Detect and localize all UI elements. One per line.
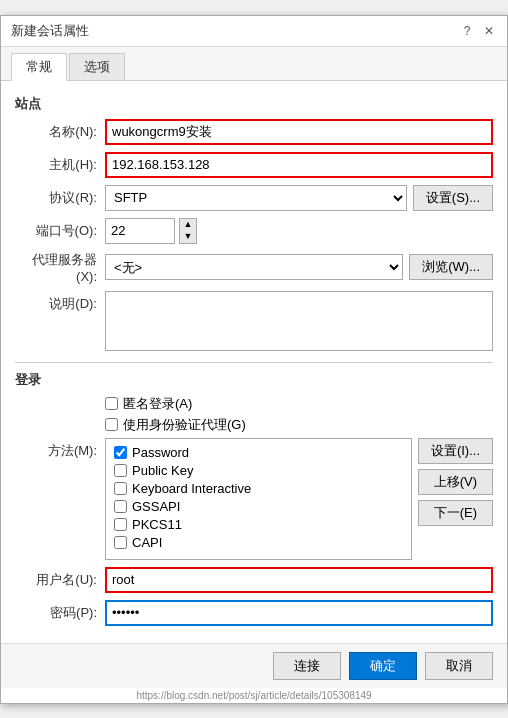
agent-label: 使用身份验证代理(G) <box>123 416 246 434</box>
method-capi-label: CAPI <box>132 535 162 550</box>
method-pkcs11: PKCS11 <box>114 517 403 532</box>
method-keyboard-checkbox[interactable] <box>114 482 127 495</box>
password-control <box>105 600 493 626</box>
method-up-button[interactable]: 上移(V) <box>418 469 493 495</box>
name-label: 名称(N): <box>15 123 105 141</box>
desc-textarea[interactable] <box>105 291 493 351</box>
method-keyboard-label: Keyboard Interactive <box>132 481 251 496</box>
cancel-button[interactable]: 取消 <box>425 652 493 680</box>
watermark: https://blog.csdn.net/post/sj/article/de… <box>1 688 507 703</box>
agent-row: 使用身份验证代理(G) <box>105 416 493 434</box>
port-down-button[interactable]: ▼ <box>180 231 196 243</box>
method-password-label: Password <box>132 445 189 460</box>
anonymous-checkbox[interactable] <box>105 397 118 410</box>
method-publickey-checkbox[interactable] <box>114 464 127 477</box>
method-settings-button[interactable]: 设置(I)... <box>418 438 493 464</box>
username-input[interactable] <box>105 567 493 593</box>
method-pkcs11-label: PKCS11 <box>132 517 182 532</box>
method-gssapi-checkbox[interactable] <box>114 500 127 513</box>
name-control <box>105 119 493 145</box>
desc-control <box>105 291 493 354</box>
port-control: ▲ ▼ <box>105 218 493 244</box>
protocol-label: 协议(R): <box>15 189 105 207</box>
anonymous-label: 匿名登录(A) <box>123 395 192 413</box>
method-password-checkbox[interactable] <box>114 446 127 459</box>
host-input[interactable] <box>105 152 493 178</box>
protocol-settings-button[interactable]: 设置(S)... <box>413 185 493 211</box>
method-action-buttons: 设置(I)... 上移(V) 下一(E) <box>418 438 493 526</box>
title-bar-controls: ? ✕ <box>459 23 497 39</box>
name-row: 名称(N): <box>15 119 493 145</box>
method-publickey: Public Key <box>114 463 403 478</box>
username-row: 用户名(U): <box>15 567 493 593</box>
protocol-row: 协议(R): SFTP 设置(S)... <box>15 185 493 211</box>
method-label: 方法(M): <box>15 438 105 460</box>
port-row: 端口号(O): ▲ ▼ <box>15 218 493 244</box>
protocol-select[interactable]: SFTP <box>105 185 407 211</box>
proxy-row: 代理服务器(X): <无> 浏览(W)... <box>15 251 493 284</box>
ok-button[interactable]: 确定 <box>349 652 417 680</box>
port-input[interactable] <box>105 218 175 244</box>
close-button[interactable]: ✕ <box>481 23 497 39</box>
name-input[interactable] <box>105 119 493 145</box>
method-row: 方法(M): Password Public Key Keyboard Inte… <box>15 438 493 560</box>
method-down-button[interactable]: 下一(E) <box>418 500 493 526</box>
dialog-title: 新建会话属性 <box>11 22 89 40</box>
title-bar: 新建会话属性 ? ✕ <box>1 16 507 47</box>
proxy-label: 代理服务器(X): <box>15 251 105 284</box>
port-spinner: ▲ ▼ <box>179 218 197 244</box>
method-keyboard: Keyboard Interactive <box>114 481 403 496</box>
tab-general[interactable]: 常规 <box>11 53 67 81</box>
protocol-control: SFTP 设置(S)... <box>105 185 493 211</box>
methods-box: Password Public Key Keyboard Interactive… <box>105 438 412 560</box>
method-pkcs11-checkbox[interactable] <box>114 518 127 531</box>
method-publickey-label: Public Key <box>132 463 193 478</box>
tab-options[interactable]: 选项 <box>69 53 125 80</box>
password-row: 密码(P): <box>15 600 493 626</box>
port-label: 端口号(O): <box>15 222 105 240</box>
password-label: 密码(P): <box>15 604 105 622</box>
browse-button[interactable]: 浏览(W)... <box>409 254 493 280</box>
bottom-bar: 连接 确定 取消 <box>1 643 507 688</box>
connect-button[interactable]: 连接 <box>273 652 341 680</box>
method-gssapi: GSSAPI <box>114 499 403 514</box>
username-control <box>105 567 493 593</box>
anonymous-row: 匿名登录(A) <box>105 395 493 413</box>
site-section-title: 站点 <box>15 95 493 113</box>
method-capi: CAPI <box>114 535 403 550</box>
password-input[interactable] <box>105 600 493 626</box>
method-password: Password <box>114 445 403 460</box>
tab-bar: 常规 选项 <box>1 47 507 81</box>
desc-label: 说明(D): <box>15 291 105 313</box>
help-button[interactable]: ? <box>459 23 475 39</box>
host-control <box>105 152 493 178</box>
login-section-title: 登录 <box>15 371 493 389</box>
port-up-button[interactable]: ▲ <box>180 219 196 231</box>
dialog: 新建会话属性 ? ✕ 常规 选项 站点 名称(N): 主机(H): <box>0 15 508 704</box>
proxy-control: <无> 浏览(W)... <box>105 254 493 280</box>
method-gssapi-label: GSSAPI <box>132 499 180 514</box>
desc-row: 说明(D): <box>15 291 493 354</box>
username-label: 用户名(U): <box>15 571 105 589</box>
method-control: Password Public Key Keyboard Interactive… <box>105 438 493 560</box>
dialog-content: 站点 名称(N): 主机(H): 协议(R): SFTP 设置(S)... <box>1 81 507 643</box>
host-label: 主机(H): <box>15 156 105 174</box>
host-row: 主机(H): <box>15 152 493 178</box>
proxy-select[interactable]: <无> <box>105 254 403 280</box>
agent-checkbox[interactable] <box>105 418 118 431</box>
method-capi-checkbox[interactable] <box>114 536 127 549</box>
